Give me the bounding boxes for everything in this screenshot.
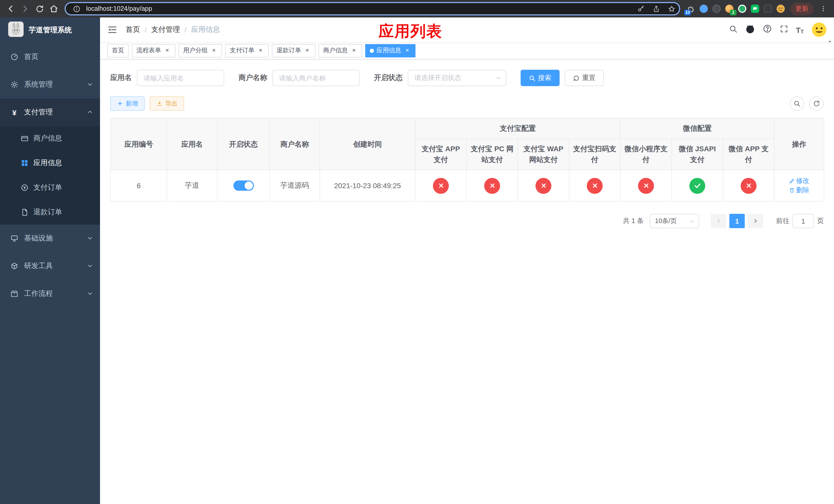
config-status-icon	[587, 178, 603, 193]
extension-pin-icon[interactable]	[699, 4, 708, 13]
tab-home[interactable]: 首页	[107, 44, 129, 57]
extension-green-circle-icon[interactable]	[738, 4, 747, 13]
menu-fold-icon[interactable]	[107, 25, 117, 35]
sidebar-item-label: 研发工具	[24, 261, 53, 271]
breadcrumb-current: 应用信息	[191, 25, 220, 35]
extension-dark-globe-icon[interactable]	[712, 4, 721, 13]
page-number-button[interactable]: 1	[729, 214, 745, 228]
avatar-caret-icon[interactable]	[827, 37, 832, 46]
config-status-icon	[433, 178, 449, 193]
breadcrumb-home[interactable]: 首页	[126, 25, 140, 35]
url-bar[interactable]: localhost:1024/pay/app	[65, 2, 680, 15]
sidebar: 芋道管理系统 首页 系统管理 ¥ 支付管理 商户信息	[0, 18, 100, 504]
sidebar-item-home[interactable]: 首页	[0, 43, 100, 71]
password-key-icon[interactable]	[635, 3, 646, 14]
extension-badge: 10	[684, 10, 691, 15]
tab-label: 商户信息	[323, 46, 348, 55]
tab-app-info[interactable]: 应用信息×	[365, 44, 415, 57]
fullscreen-icon[interactable]	[780, 24, 788, 35]
share-icon[interactable]	[650, 3, 662, 14]
status-label: 开启状态	[374, 73, 403, 83]
tab-close-icon[interactable]: ×	[404, 47, 411, 54]
screen: localhost:1024/pay/app 10 1	[0, 0, 834, 504]
next-page-button[interactable]	[748, 214, 763, 228]
sidebar-item-payment[interactable]: ¥ 支付管理	[0, 98, 100, 126]
sidebar-item-system[interactable]: 系统管理	[0, 71, 100, 98]
row-status-toggle[interactable]	[233, 181, 254, 191]
tab-refund-orders[interactable]: 退款订单×	[272, 44, 315, 57]
forward-icon[interactable]	[19, 2, 32, 15]
profile-avatar-icon[interactable]: 1	[725, 4, 734, 13]
goto-label: 前往	[776, 216, 789, 226]
home-icon[interactable]	[47, 2, 61, 15]
cell-alipay-wap	[518, 170, 569, 201]
extension-monkey-icon[interactable]	[776, 4, 785, 13]
github-icon[interactable]	[745, 24, 755, 36]
gear-icon	[10, 81, 19, 89]
back-icon[interactable]	[4, 2, 18, 15]
goto-page-input[interactable]	[792, 214, 814, 228]
page-size-value: 10条/页	[655, 216, 677, 225]
app-shell: 芋道管理系统 首页 系统管理 ¥ 支付管理 商户信息	[0, 18, 834, 504]
extension-puzzle-dark-icon[interactable]	[763, 4, 772, 13]
sidebar-item-workflow[interactable]: 工作流程	[0, 280, 100, 307]
tab-close-icon[interactable]: ×	[163, 47, 171, 54]
sidebar-item-refund-orders[interactable]: 退款订单	[0, 200, 100, 225]
export-button[interactable]: 导出	[150, 96, 184, 111]
col-wechat-jsapi: 微信 JSAPI 支付	[672, 139, 723, 170]
browser-update-button[interactable]: 更新	[790, 2, 813, 15]
browser-menu-icon[interactable]	[816, 2, 830, 15]
page-size-select[interactable]: 10条/页	[650, 214, 699, 228]
bookmark-star-icon[interactable]	[666, 3, 677, 14]
row-edit-button[interactable]: 修改	[789, 176, 809, 186]
tab-user-group[interactable]: 用户分组×	[178, 44, 222, 57]
yen-icon: ¥	[10, 108, 19, 117]
font-size-icon[interactable]: TT	[796, 25, 804, 34]
group-alipay-config: 支付宝配置	[415, 118, 620, 139]
reload-icon[interactable]	[33, 2, 46, 15]
sidebar-item-payment-orders[interactable]: 支付订单	[0, 175, 100, 200]
sidebar-item-label: 商户信息	[33, 134, 62, 143]
extensions-puzzle-icon[interactable]: 10	[686, 4, 696, 13]
hide-search-icon[interactable]	[790, 96, 804, 111]
prev-page-button[interactable]	[711, 214, 726, 228]
goto-unit-label: 页	[817, 216, 824, 226]
add-button[interactable]: 新增	[110, 96, 145, 111]
page-annotation-title: 应用列表	[378, 21, 442, 42]
tab-merchant-info[interactable]: 商户信息×	[319, 44, 362, 57]
monitor-icon	[10, 234, 19, 243]
app-logo-row[interactable]: 芋道管理系统	[0, 18, 100, 43]
tab-close-icon[interactable]: ×	[210, 47, 218, 54]
tab-process-form[interactable]: 流程表单×	[132, 44, 175, 57]
bank-card-icon	[21, 134, 29, 142]
help-icon[interactable]	[763, 24, 772, 36]
sidebar-item-infrastructure[interactable]: 基础设施	[0, 225, 100, 252]
config-status-icon	[535, 178, 551, 193]
navbar: 首页 / 支付管理 / 应用信息 应用列表 TT	[100, 18, 834, 42]
page-info-icon[interactable]	[71, 3, 82, 14]
config-status-icon	[689, 178, 705, 193]
profile-badge: 1	[730, 10, 737, 15]
col-merchant: 商户名称	[269, 118, 320, 170]
sidebar-item-merchant-info[interactable]: 商户信息	[0, 126, 100, 151]
tab-close-icon[interactable]: ×	[350, 47, 357, 54]
tab-close-icon[interactable]: ×	[304, 47, 311, 54]
extension-wechat-devtools-icon[interactable]	[750, 4, 760, 13]
apps-table: 应用编号 应用名 开启状态 商户名称 创建时间 支付宝配置 微信配置 操作 支付…	[110, 118, 824, 202]
navbar-search-icon[interactable]	[729, 24, 737, 35]
user-avatar[interactable]	[811, 22, 827, 38]
search-button[interactable]: 搜索	[521, 70, 559, 86]
tab-payment-orders[interactable]: 支付订单×	[225, 44, 269, 57]
refresh-icon[interactable]	[809, 96, 824, 111]
sidebar-item-app-info[interactable]: 应用信息	[0, 151, 100, 175]
reset-button[interactable]: 重置	[565, 70, 604, 86]
app-name-input[interactable]	[137, 70, 224, 86]
breadcrumb-payment[interactable]: 支付管理	[151, 25, 180, 35]
box-icon	[10, 290, 19, 298]
tab-close-icon[interactable]: ×	[257, 47, 264, 54]
status-select[interactable]: 请选择开启状态	[408, 70, 506, 86]
sidebar-item-dev-tools[interactable]: 研发工具	[0, 252, 100, 280]
merchant-name-input[interactable]	[272, 70, 359, 86]
col-created: 创建时间	[320, 118, 415, 170]
row-delete-button[interactable]: 删除	[789, 186, 809, 195]
